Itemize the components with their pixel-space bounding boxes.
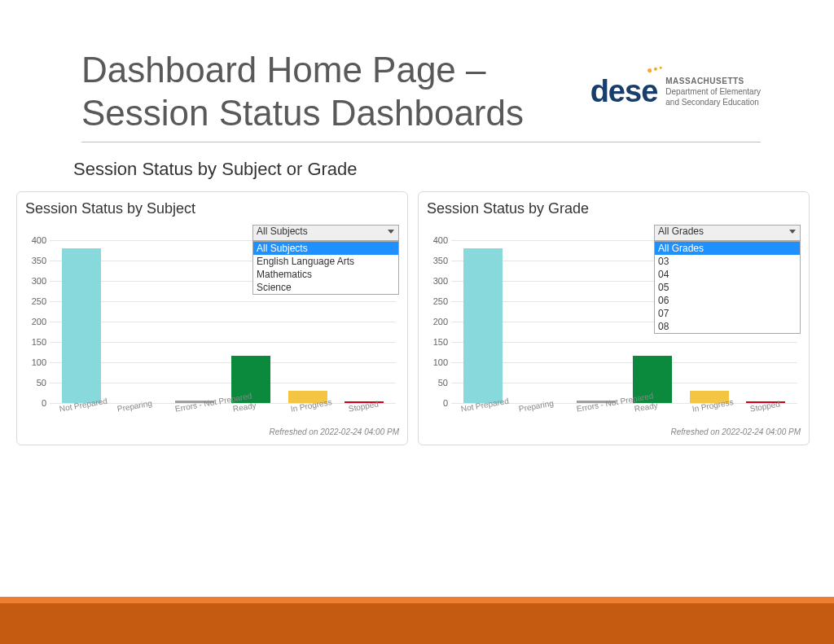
page-title: Dashboard Home Page – Session Status Das… — [81, 49, 524, 135]
logo-tag-line1: Department of Elementary — [665, 86, 761, 97]
y-tick-label: 400 — [27, 235, 46, 245]
y-tick-label: 350 — [27, 256, 46, 265]
logo-mark: dese — [590, 74, 658, 109]
grade-dropdown-list: All Grades 03 04 05 06 07 08 — [654, 241, 801, 334]
chart-title: Session Status by Subject — [25, 200, 399, 217]
footer-bar — [0, 603, 834, 644]
chart-card-grade: Session Status by Grade All Grades All G… — [418, 191, 810, 445]
y-tick-label: 300 — [27, 276, 46, 286]
dropdown-option[interactable]: 06 — [655, 294, 800, 307]
dropdown-option[interactable]: 03 — [655, 255, 800, 268]
dese-logo: dese MASSACHUSETTS Department of Element… — [590, 74, 761, 109]
y-tick-label: 200 — [428, 317, 448, 326]
subject-select[interactable]: All Subjects — [252, 225, 399, 241]
chart-title: Session Status by Grade — [427, 200, 801, 217]
y-tick-label: 100 — [27, 357, 46, 367]
y-tick-label: 50 — [27, 378, 46, 388]
y-tick-label: 50 — [428, 378, 448, 388]
logo-tag-line2: and Secondary Education — [665, 97, 761, 107]
logo-tag-bold: MASSACHUSETTS — [665, 76, 761, 86]
subject-dropdown-list: All Subjects English Language Arts Mathe… — [252, 241, 399, 295]
y-tick-label: 350 — [428, 256, 448, 265]
y-tick-label: 400 — [428, 235, 448, 245]
y-tick-label: 200 — [27, 317, 46, 326]
y-tick-label: 0 — [428, 398, 448, 408]
chart-card-subject: Session Status by Subject All Subjects A… — [16, 191, 408, 445]
subject-filter[interactable]: All Subjects All Subjects English Langua… — [252, 225, 399, 295]
dropdown-option[interactable]: All Subjects — [253, 242, 398, 255]
chart-x-labels: Not PreparedPreparingErrors - Not Prepar… — [451, 403, 797, 426]
section-subtitle: Session Status by Subject or Grade — [73, 159, 761, 180]
dropdown-option[interactable]: Mathematics — [253, 268, 398, 281]
y-tick-label: 250 — [428, 296, 448, 306]
logo-mark-text: dese — [590, 74, 658, 108]
charts-row: Session Status by Subject All Subjects A… — [16, 191, 810, 445]
logo-tagline: MASSACHUSETTS Department of Elementary a… — [665, 76, 761, 107]
chart-bar — [62, 248, 101, 403]
title-line-1: Dashboard Home Page – — [81, 50, 486, 90]
dropdown-option[interactable]: Science — [253, 281, 398, 294]
chart-bar — [463, 248, 503, 403]
grade-filter[interactable]: All Grades All Grades 03 04 05 06 07 08 — [654, 225, 801, 334]
y-tick-label: 100 — [428, 357, 448, 367]
y-tick-label: 0 — [27, 398, 46, 408]
header: Dashboard Home Page – Session Status Das… — [81, 49, 761, 142]
y-tick-label: 300 — [428, 276, 448, 286]
logo-dots-icon — [647, 67, 663, 73]
chart-x-labels: Not PreparedPreparingErrors - Not Prepar… — [50, 403, 396, 426]
title-line-2: Session Status Dashboards — [81, 93, 524, 133]
dropdown-option[interactable]: 07 — [655, 307, 800, 320]
refreshed-label: Refreshed on 2022-02-24 04:00 PM — [427, 427, 801, 436]
dropdown-option[interactable]: 04 — [655, 268, 800, 281]
refreshed-label: Refreshed on 2022-02-24 04:00 PM — [25, 427, 399, 436]
y-tick-label: 150 — [428, 337, 448, 347]
dropdown-option[interactable]: 05 — [655, 281, 800, 294]
dropdown-option[interactable]: All Grades — [655, 242, 800, 255]
y-tick-label: 250 — [27, 296, 46, 306]
grade-select[interactable]: All Grades — [654, 225, 801, 241]
y-tick-label: 150 — [27, 337, 46, 347]
dropdown-option[interactable]: 08 — [655, 320, 800, 333]
dropdown-option[interactable]: English Language Arts — [253, 255, 398, 268]
footer-accent — [0, 597, 834, 603]
